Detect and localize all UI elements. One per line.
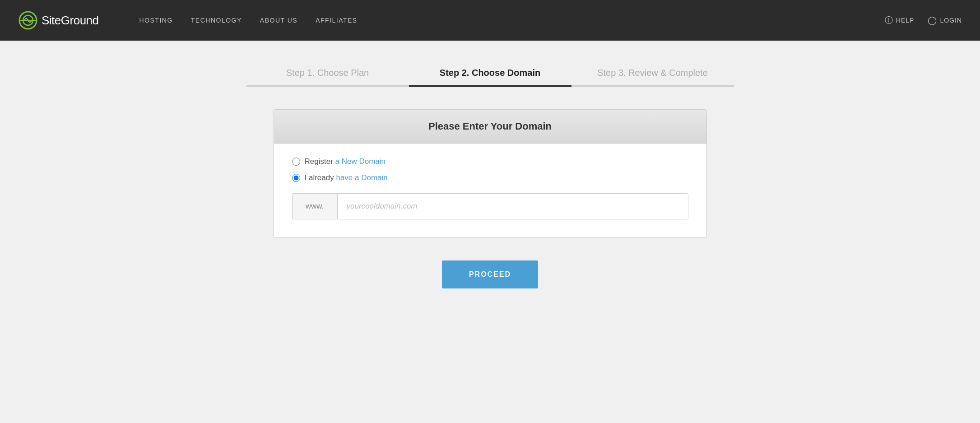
step-1-item: Step 1. Choose Plan bbox=[246, 68, 409, 87]
domain-card-body: Register a New Domain I already have a D… bbox=[274, 144, 706, 237]
nav-login[interactable]: ◯ LOGIN bbox=[928, 15, 962, 25]
nav-help[interactable]: ⓘ HELP bbox=[885, 15, 915, 26]
register-new-domain-option: Register a New Domain bbox=[292, 157, 688, 166]
step-2-item: Step 2. Choose Domain bbox=[409, 68, 571, 87]
step-3-underline bbox=[571, 85, 734, 87]
already-text: I already bbox=[305, 173, 336, 182]
domain-card-header: Please Enter Your Domain bbox=[274, 110, 706, 144]
logo-text: SiteGround bbox=[42, 14, 99, 28]
nav-links: HOSTING TECHNOLOGY ABOUT US AFFILIATES bbox=[139, 17, 358, 24]
navbar-left: SiteGround HOSTING TECHNOLOGY ABOUT US A… bbox=[18, 10, 358, 30]
step-1-label: Step 1. Choose Plan bbox=[286, 68, 369, 85]
domain-input-row: www. bbox=[292, 193, 688, 219]
nav-hosting[interactable]: HOSTING bbox=[139, 17, 173, 24]
siteground-logo-icon bbox=[18, 10, 38, 30]
user-icon: ◯ bbox=[928, 15, 937, 25]
domain-input[interactable] bbox=[338, 194, 688, 219]
navbar: SiteGround HOSTING TECHNOLOGY ABOUT US A… bbox=[0, 0, 980, 41]
existing-domain-radio[interactable] bbox=[292, 174, 300, 182]
help-label: HELP bbox=[896, 17, 915, 24]
step-2-underline bbox=[409, 85, 571, 87]
help-circle-icon: ⓘ bbox=[885, 15, 893, 26]
register-text: Register bbox=[305, 157, 335, 166]
navbar-right: ⓘ HELP ◯ LOGIN bbox=[885, 15, 962, 26]
nav-about-us[interactable]: ABOUT US bbox=[260, 17, 297, 24]
nav-affiliates[interactable]: AFFILIATES bbox=[316, 17, 358, 24]
have-domain-link[interactable]: have a Domain bbox=[336, 173, 387, 182]
new-domain-link[interactable]: a New Domain bbox=[335, 157, 386, 166]
new-domain-label: Register a New Domain bbox=[305, 157, 386, 166]
new-domain-radio[interactable] bbox=[292, 158, 300, 166]
step-2-label: Step 2. Choose Domain bbox=[440, 68, 540, 85]
domain-card: Please Enter Your Domain Register a New … bbox=[274, 109, 707, 238]
existing-domain-label: I already have a Domain bbox=[305, 173, 388, 182]
logo[interactable]: SiteGround bbox=[18, 10, 99, 30]
step-3-label: Step 3. Review & Complete bbox=[597, 68, 708, 85]
proceed-button[interactable]: PROCEED bbox=[442, 260, 538, 288]
step-indicator: Step 1. Choose Plan Step 2. Choose Domai… bbox=[138, 68, 842, 87]
proceed-container: PROCEED bbox=[138, 260, 842, 288]
login-label: LOGIN bbox=[940, 17, 962, 24]
www-prefix: www. bbox=[293, 194, 338, 219]
step-3-item: Step 3. Review & Complete bbox=[571, 68, 734, 87]
nav-technology[interactable]: TECHNOLOGY bbox=[191, 17, 242, 24]
domain-card-title: Please Enter Your Domain bbox=[283, 121, 697, 132]
main-content: Step 1. Choose Plan Step 2. Choose Domai… bbox=[129, 41, 851, 307]
step-1-underline bbox=[246, 85, 409, 87]
existing-domain-option: I already have a Domain bbox=[292, 173, 688, 182]
